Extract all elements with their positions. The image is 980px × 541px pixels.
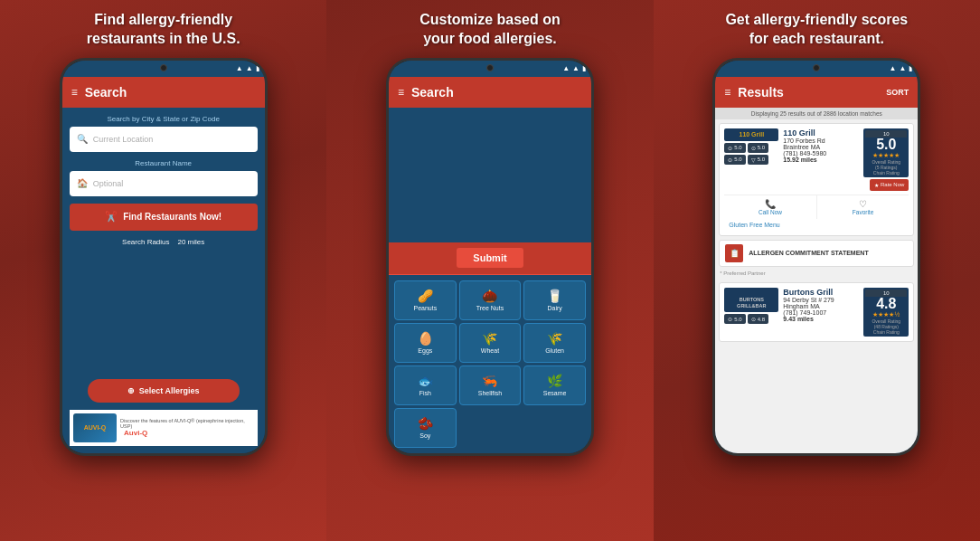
wifi-icon: ▲ <box>246 64 253 72</box>
find-btn-label: Find Restaurants Now! <box>123 212 221 222</box>
score-row-r2: ⊙ 5.0 ⊙ 4.8 <box>724 314 778 324</box>
app-bar-2: ≡ Search <box>389 77 591 108</box>
restaurant-2-info: Burtons Grill 94 Derby St # 279 Hingham … <box>783 288 859 337</box>
app-bar-1: ≡ Search <box>62 77 265 108</box>
r2-score-2-val: 4.8 <box>758 317 765 322</box>
results-bar: ≡ Results SORT <box>715 77 918 108</box>
rate-now-label: Rate Now <box>881 182 904 187</box>
panel-2-title: Customize based on your food allergies. <box>419 12 561 46</box>
battery-icon-3: ▮ <box>909 64 912 72</box>
gluten-free-menu[interactable]: Gluten Free Menu <box>724 219 909 231</box>
signal-icon-3: ▲ <box>889 64 896 72</box>
allergy-peanuts[interactable]: 🥜 Peanuts <box>394 280 457 320</box>
phone-icon: 📞 <box>726 199 815 209</box>
results-title: Results <box>738 85 784 100</box>
radius-value: 20 miles <box>177 238 204 246</box>
treenuts-icon: 🌰 <box>482 289 497 303</box>
rate-now-btn[interactable]: ★ Rate Now <box>870 179 909 191</box>
submit-btn[interactable]: Submit <box>457 248 523 268</box>
restaurant-card-2: BURTONS GRILL&BAR ⊙ 5.0 ⊙ 4.8 <box>719 282 914 342</box>
allergy-shellfish[interactable]: 🦐 Shellfish <box>459 365 522 405</box>
score-badge-1: ⊙ 5.0 <box>724 143 745 153</box>
panel-1-title: Find allergy-friendly restaurants in the… <box>87 12 240 46</box>
wifi-icon-3: ▲ <box>899 64 906 72</box>
star-icon: ★ <box>874 182 879 188</box>
score-2-val: 5.0 <box>758 145 765 150</box>
restaurant-1-address: 170 Forbes Rd <box>783 138 859 144</box>
restaurant-2-city: Hingham MA <box>783 303 859 309</box>
allergy-soy[interactable]: 🫘 Soy <box>394 408 457 448</box>
select-allergies-btn[interactable]: ⊕ Select Allergies <box>88 379 240 403</box>
fish-icon: 🐟 <box>418 374 433 388</box>
rate-now-row: ★ Rate Now <box>724 179 909 191</box>
allergy-eggs[interactable]: 🥚 Eggs <box>394 323 457 363</box>
chain-rating-label-2: Chain Rating <box>865 329 907 335</box>
app-bar-title-1: Search <box>85 85 127 100</box>
panel-1: Find allergy-friendly restaurants in the… <box>0 0 326 541</box>
badge-icon-4: ▽ <box>751 157 756 163</box>
allergy-treenuts[interactable]: 🌰 Tree Nuts <box>459 280 522 320</box>
rating-stars-1: ★★★★★ <box>865 152 907 159</box>
restaurant-1-top: 110 Grill ⊙ 5.0 ⊙ 5.0 <box>724 128 909 177</box>
restaurant-2-name: Burtons Grill <box>783 288 859 297</box>
phone-1-screen: ▲ ▲ ▮ ≡ Search Search by City & State or… <box>62 61 265 453</box>
eggs-label: Eggs <box>418 347 432 354</box>
phone-3-screen: ▲ ▲ ▮ ≡ Results SORT Displaying 25 resul… <box>715 61 918 453</box>
gluten-icon: 🌾 <box>547 331 562 346</box>
score-badge-2: ⊙ 5.0 <box>748 143 768 153</box>
call-now-btn[interactable]: 📞 Call Now <box>724 195 817 219</box>
location-input[interactable]: 🔍 Current Location <box>70 127 258 152</box>
favorite-label: Favorite <box>853 209 873 215</box>
score-badge-4: ▽ 5.0 <box>748 155 768 165</box>
find-restaurants-btn[interactable]: ✂️ Find Restaurants Now! <box>70 204 258 231</box>
sort-label[interactable]: SORT <box>886 88 909 97</box>
peanuts-label: Peanuts <box>413 305 437 311</box>
results-count: Displaying 25 results out of 2886 locati… <box>715 108 918 119</box>
restaurant-input[interactable]: 🏠 Optional <box>70 171 258 196</box>
wheat-icon: 🌾 <box>482 331 497 346</box>
fish-label: Fish <box>419 390 431 396</box>
utensils-icon: ✂️ <box>105 211 118 223</box>
panel-3: Get allergy-friendly scores for each res… <box>654 0 980 541</box>
allergen-statement: ALLERGEN COMMITMENT STATEMENT <box>749 250 868 256</box>
restaurant-card-1: 110 Grill ⊙ 5.0 ⊙ 5.0 <box>719 123 914 236</box>
search-icon: 🔍 <box>77 134 88 144</box>
phone-2-screen: ▲ ▲ ▮ ≡ Search Submit 🥜 Pe <box>389 61 591 453</box>
badge-icon-3: ⊙ <box>728 157 732 163</box>
allergy-fish[interactable]: 🐟 Fish <box>394 365 457 405</box>
signal-icon: ▲ <box>236 64 243 72</box>
restaurant-1-phone: (781) 849-5980 <box>783 150 859 157</box>
submit-row: Submit <box>389 242 591 275</box>
peanuts-icon: 🥜 <box>418 289 433 303</box>
rating-stars-2: ★★★★½ <box>865 311 907 318</box>
rating-box-2: 10 4.8 ★★★★½ Overall Rating (48 Ratings)… <box>863 288 909 337</box>
score-badge-3: ⊙ 5.0 <box>724 155 745 165</box>
rating-score-1: 5.0 <box>865 138 907 152</box>
allergy-gluten[interactable]: 🌾 Gluten <box>523 323 586 363</box>
restaurant-1-info: 110 Grill 170 Forbes Rd Braintree MA (78… <box>783 128 859 177</box>
badge-icon-2: ⊙ <box>751 145 756 151</box>
allergen-box: 📋 ALLERGEN COMMITMENT STATEMENT <box>719 240 914 267</box>
restaurant-2-distance: 9.43 miles <box>783 316 859 322</box>
screen-1-content: Search by City & State or Zip Code 🔍 Cur… <box>62 108 265 453</box>
ad-banner: AUVI-Q Discover the features of AUVI-Q® … <box>70 410 258 446</box>
hamburger-icon[interactable]: ≡ <box>71 86 78 99</box>
favorite-btn[interactable]: ♡ Favorite <box>817 195 909 219</box>
ad-text: Discover the features of AUVI-Q® (epinep… <box>120 418 254 429</box>
panel-1-header: Find allergy-friendly restaurants in the… <box>69 0 259 58</box>
allergy-dairy[interactable]: 🥛 Dairy <box>523 280 586 320</box>
panel-3-header: Get allergy-friendly scores for each res… <box>707 0 926 58</box>
hamburger-icon-2[interactable]: ≡ <box>398 86 404 99</box>
allergy-sesame[interactable]: 🌿 Sesame <box>523 365 586 405</box>
hamburger-icon-3[interactable]: ≡ <box>724 86 730 99</box>
allergy-wheat[interactable]: 🌾 Wheat <box>459 323 522 363</box>
eggs-icon: 🥚 <box>418 331 433 346</box>
wheat-label: Wheat <box>481 347 499 354</box>
phone-1-camera <box>160 64 167 71</box>
r2-badge-icon-1: ⊙ <box>728 316 732 322</box>
dairy-icon: 🥛 <box>547 289 562 303</box>
heart-icon: ♡ <box>819 199 908 209</box>
restaurant-1-distance: 15.92 miles <box>783 157 859 163</box>
restaurant-1-logo-text: 110 Grill <box>739 131 764 138</box>
restaurant-1-city: Braintree MA <box>783 144 859 150</box>
